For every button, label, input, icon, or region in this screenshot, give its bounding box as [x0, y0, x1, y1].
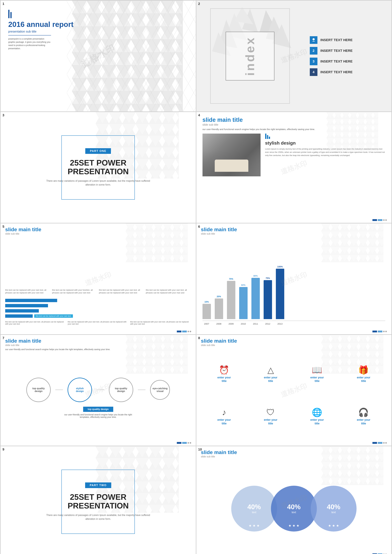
- slide2-num-2: 2: [310, 47, 317, 55]
- slide6-pct-2010: 60%: [241, 284, 245, 286]
- slide8-icons-grid: ⏰ enter yourtitle △ enter yourtitle 📖 en…: [203, 355, 385, 436]
- slide6-pct-2008: 20%: [217, 295, 221, 298]
- slide10-vc3: 40% text ★ ★ ★: [311, 486, 357, 532]
- slide2-num-4: 4: [310, 68, 317, 76]
- slide6-bar-2007: 15%: [203, 301, 211, 319]
- slide7-circle-stylish-label: stylishdesign: [76, 387, 84, 393]
- slide3-part-badge: PART ONE: [85, 148, 111, 154]
- slide8-title-3: enter yourtitle: [310, 376, 324, 383]
- slide8-sym-4: 🎁: [358, 366, 369, 374]
- slide2-label-4: INSERT TEXT HERE: [321, 70, 353, 74]
- s7-dots: [188, 442, 191, 444]
- s8-indicator-2: [378, 442, 382, 444]
- s8-dot-2: [385, 442, 387, 444]
- slide10-stars-3: ★ ★ ★: [328, 524, 339, 528]
- slide2-item-2: 2 INSERT TEXT HERE: [310, 47, 385, 55]
- slide3-desc: There are many variations of passages of…: [45, 179, 152, 187]
- slide5-highlight: this text can be replaced with your own …: [34, 314, 73, 318]
- slide-number-7: 7: [2, 336, 4, 340]
- s6-dots: [383, 330, 387, 332]
- slide8-sym-1: ⏰: [219, 366, 229, 374]
- slide7-center-label: top quality design: [83, 407, 113, 412]
- slide5-bot-col-1: this text can be replaced with your own …: [5, 321, 66, 325]
- slide6-pct-2011: 80%: [253, 275, 258, 277]
- bar-icon-3: [269, 137, 270, 139]
- slide6-year-2011: 2011: [252, 323, 260, 325]
- slide8-sym-6: 🛡: [266, 408, 275, 417]
- slide4-room-image: [203, 133, 261, 176]
- slide5-bar-2: [5, 304, 48, 307]
- slide8-icon-3: 📖 enter yourtitle: [295, 355, 339, 394]
- slide7-connector-3: [138, 390, 146, 390]
- slide2-item-1: INSERT TEXT HERE: [310, 36, 385, 44]
- slide2-label-2: INSERT TEXT HERE: [321, 49, 353, 53]
- indicator-blue-1: [372, 219, 377, 221]
- slide1-desc: powerpoint is a complete presentation gr…: [8, 37, 51, 50]
- slide9-part-badge: PART TWO: [85, 482, 111, 488]
- slide7-circle-1: top qualitydesign: [26, 378, 51, 402]
- slide2-num-3: 3: [310, 58, 317, 65]
- slide3-center-content: PART ONE 25SET POWER PRESENTATION There …: [45, 148, 152, 187]
- s10-indicator-2: [378, 553, 382, 554]
- slide-8: 8 slide main title slide sub title ⏰ ent…: [196, 335, 392, 446]
- slide6-pct-2013: 100%: [277, 266, 283, 268]
- slide7-bottom-indicators: [177, 442, 191, 444]
- slide-number-4: 4: [198, 113, 200, 117]
- slide8-title-4: enter yourtitle: [357, 376, 370, 383]
- slide5-chart-area: this text can be replaced with your own …: [5, 289, 191, 325]
- slide4-geo-bg: [313, 112, 391, 151]
- s6-dot-1: [383, 331, 385, 332]
- slide5-bar-row-4: this text can be replaced with your own …: [5, 314, 191, 318]
- slide6-year-labels: 2007 2008 2009 2010 2011 2012 2013: [203, 323, 385, 325]
- slide5-bottom-cols: this text can be replaced with your own …: [5, 321, 191, 325]
- slide-5: 5 slide main title slide sub title this …: [1, 224, 196, 334]
- slide3-title: 25SET POWER PRESENTATION: [45, 158, 152, 176]
- slide-7: 7 slide main title slide sub title our u…: [1, 335, 196, 446]
- slide10-vc2: 40% text ★ ★ ★: [271, 486, 317, 532]
- slide-number-5: 5: [2, 225, 4, 229]
- slide-10: 10 slide main title slide sub title 40% …: [196, 446, 392, 554]
- slide10-label-3: text: [331, 511, 336, 514]
- slide6-pct-2009: 75%: [229, 278, 233, 280]
- slide1-geo-bg: [59, 1, 196, 112]
- slide2-item-4: 4 INSERT TEXT HERE: [310, 68, 385, 76]
- slide1-content: 2016 annual report presentation sub titl…: [8, 10, 74, 50]
- slide8-icon-8: 🎧 enter yourtitle: [342, 397, 385, 437]
- s6-indicator-2: [378, 330, 382, 332]
- s5-dot-1: [188, 331, 189, 332]
- slide9-desc: There are many variations of passages of…: [45, 513, 152, 521]
- slide7-circle-tq2: top qualitydesign: [109, 378, 133, 402]
- s7-dot-2: [190, 442, 191, 444]
- slide6-col-2009: [227, 281, 235, 319]
- slide-6: 6 slide main title slide sub title 15%: [196, 224, 392, 334]
- slide6-col-2011: [252, 278, 260, 319]
- slide6-bar-chart: 15% 20% 75% 60% 80%: [203, 256, 385, 325]
- slide6-year-2009: 2009: [227, 323, 235, 325]
- slide8-icon-6: 🛡 enter yourtitle: [249, 397, 292, 437]
- slide1-title: 2016 annual report: [8, 21, 74, 28]
- slide5-bar-row-1: [5, 299, 191, 302]
- slide7-bottom-desc: our user-friendly and functional search …: [64, 414, 133, 418]
- slide5-bar-1: [5, 299, 57, 302]
- slide1-subtitle: presentation sub title: [8, 30, 74, 33]
- slide-4: 4 slide main title slide sub title our u…: [196, 112, 392, 223]
- slide8-sym-7: 🌐: [312, 408, 322, 417]
- slide8-sym-5: ♪: [222, 408, 226, 417]
- s10-indicator-1: [372, 553, 377, 554]
- s5-dot-2: [190, 331, 191, 332]
- slide6-year-2007: 2007: [203, 323, 211, 325]
- bar1: [8, 10, 9, 18]
- slide10-stars-1: ★ ★ ★: [249, 524, 260, 528]
- s7-indicator-1: [177, 442, 182, 444]
- slide8-sym-3: 📖: [312, 366, 322, 374]
- slide7-circles-row: top qualitydesign stylishdesign top qual…: [26, 378, 170, 402]
- slide5-bar-row-2: [5, 304, 191, 307]
- slide8-icon-1: ⏰ enter yourtitle: [203, 355, 246, 394]
- svg-rect-18: [327, 112, 378, 151]
- slide8-icon-5: ♪ enter yourtitle: [203, 397, 246, 437]
- indicator-dots: [383, 219, 387, 221]
- slide5-bottom-indicators: [177, 330, 191, 332]
- slide8-icon-4: 🎁 enter yourtitle: [342, 355, 385, 394]
- slide5-bot-col-2: this can be replaced with your own text.…: [68, 321, 129, 325]
- slide7-circle-stylish: stylishdesign: [68, 378, 92, 402]
